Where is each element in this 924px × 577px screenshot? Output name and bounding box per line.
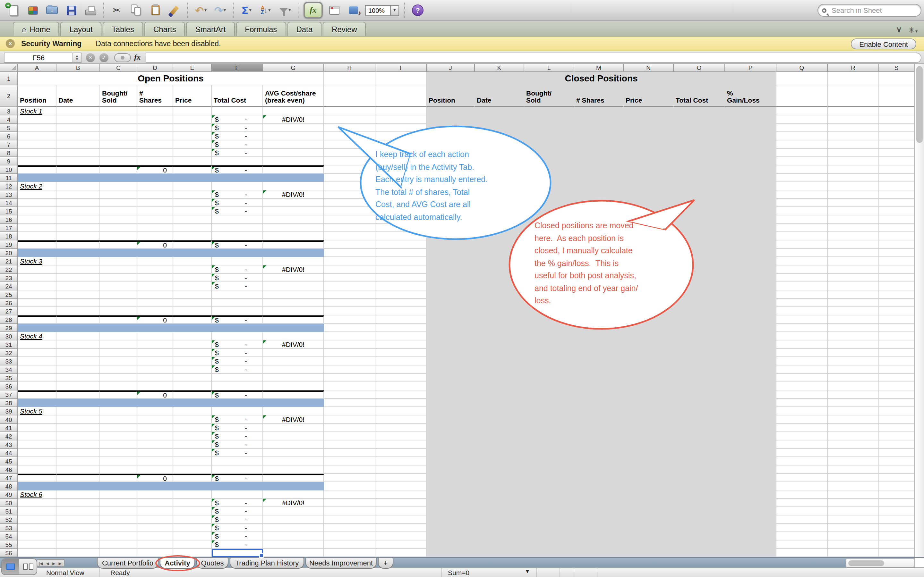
sheet-cell[interactable] [879,257,914,266]
sheet-cell[interactable] [574,324,624,332]
sheet-cell[interactable] [173,257,212,266]
sheet-cell[interactable] [725,332,776,340]
sheet-cell[interactable] [524,115,574,124]
highlight-row-cell[interactable] [137,324,173,332]
sheet-cell[interactable] [263,332,324,340]
sheet-cell[interactable] [624,324,674,332]
row-header-19[interactable]: 19 [0,240,18,249]
row-header-42[interactable]: 42 [0,432,18,440]
sheet-cell[interactable] [725,399,776,407]
sheet-cell[interactable] [879,115,914,124]
sheet-cell[interactable] [212,382,263,390]
row-header-4[interactable]: 4 [0,115,18,124]
sheet-cell[interactable] [100,507,137,516]
filter-button[interactable]: ▾ [275,1,294,19]
sheet-cell[interactable] [324,232,375,240]
sheet-cell[interactable] [725,482,776,490]
sheet-cell[interactable] [173,132,212,140]
sheet-cell[interactable] [57,382,100,390]
sheet-cell[interactable] [475,316,524,324]
sheet-cell[interactable] [879,524,914,532]
sheet-cell[interactable] [574,165,624,174]
sheet-cell[interactable] [574,157,624,165]
sheet-cell[interactable] [427,482,475,490]
sheet-cell[interactable] [725,115,776,124]
sheet-cell[interactable] [137,332,173,340]
sheet-cell[interactable] [57,266,100,274]
sheet-cell[interactable] [524,432,574,440]
sheet-cell[interactable] [375,516,427,524]
sheet-cell[interactable] [624,449,674,457]
undo-button[interactable]: ↶▾ [191,1,210,19]
tab-home[interactable]: ⌂Home [13,22,59,36]
sheet-cell[interactable] [879,549,914,557]
sheet-cell[interactable] [57,532,100,540]
sheet-cell[interactable] [137,149,173,157]
sheet-cell[interactable] [725,407,776,416]
sheet-cell[interactable] [212,466,263,474]
sheet-cell[interactable] [427,432,475,440]
column-header-O[interactable]: O [674,64,725,72]
sheet-tab-needs-improvement[interactable]: Needs Improvement [305,558,376,569]
sheet-cell[interactable] [725,440,776,449]
sheet-cell[interactable] [475,390,524,399]
sheet-cell[interactable] [173,224,212,232]
sheet-cell[interactable] [828,140,879,149]
sheet-cell[interactable] [173,357,212,366]
sheet-cell[interactable] [776,182,828,190]
sheet-cell[interactable] [828,540,879,549]
sheet-cell[interactable] [725,224,776,232]
sheet-cell[interactable] [574,349,624,357]
sheet-cell[interactable] [674,149,725,157]
sheet-cell[interactable] [574,474,624,482]
sheet-cell[interactable] [776,307,828,316]
sheet-cell[interactable] [828,85,879,107]
sheet-cell[interactable] [674,157,725,165]
sheet-cell[interactable] [18,124,57,132]
row-header-33[interactable]: 33 [0,357,18,366]
sheet-cell[interactable] [18,207,57,215]
sheet-cell[interactable] [879,516,914,524]
row-header-14[interactable]: 14 [0,199,18,207]
sheet-cell[interactable] [624,340,674,349]
redo-button[interactable]: ↷▾ [210,1,230,19]
sheet-cell[interactable] [624,157,674,165]
sheet-cell[interactable] [100,107,137,115]
row-header-47[interactable]: 47 [0,474,18,482]
sheet-cell[interactable] [212,490,263,499]
sheet-cell[interactable] [776,432,828,440]
zoom-control[interactable]: 100% ▾ [365,5,399,16]
sheet-cell[interactable] [427,499,475,507]
sheet-cell[interactable] [574,174,624,182]
sheet-cell[interactable] [18,540,57,549]
sheet-cell[interactable] [324,432,375,440]
sheet-cell[interactable] [879,157,914,165]
sheet-cell[interactable] [18,440,57,449]
sheet-cell[interactable] [137,190,173,199]
sheet-cell[interactable] [100,540,137,549]
row-header-20[interactable]: 20 [0,249,18,257]
sheet-cell[interactable] [173,507,212,516]
sheet-cell[interactable] [524,474,574,482]
sheet-cell[interactable] [524,499,574,507]
last-sheet-icon[interactable]: ▶| [59,561,63,565]
sheet-cell[interactable] [475,107,524,115]
total-cost-cell[interactable]: $- [212,390,263,399]
row-header-51[interactable]: 51 [0,507,18,516]
sheet-cell[interactable] [18,549,57,557]
total-cost-cell[interactable]: $- [212,282,263,290]
sheet-cell[interactable] [173,532,212,540]
sheet-cell[interactable] [427,507,475,516]
sheet-cell[interactable] [18,240,57,249]
div-error-cell[interactable]: #DIV/0! [263,340,324,349]
sheet-cell[interactable] [879,207,914,215]
sheet-cell[interactable] [725,499,776,507]
sheet-cell[interactable] [524,340,574,349]
sheet-cell[interactable] [828,207,879,215]
sheet-cell[interactable] [57,449,100,457]
sheet-cell[interactable] [173,474,212,482]
sheet-cell[interactable] [137,274,173,282]
row-header-50[interactable]: 50 [0,499,18,507]
sheet-cell[interactable] [18,524,57,532]
sheet-cell[interactable] [263,374,324,382]
